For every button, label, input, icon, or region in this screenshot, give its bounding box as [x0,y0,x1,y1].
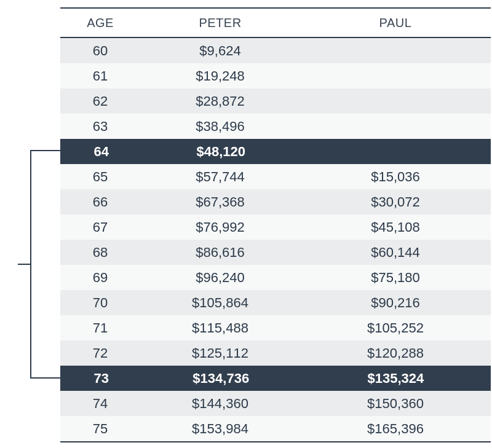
cell-peter: $48,120 [141,144,301,160]
header-paul: PAUL [300,16,491,30]
header-peter: PETER [140,16,300,30]
table-row: 74$144,360$150,360 [60,391,491,416]
cell-paul: $15,036 [300,169,491,185]
cell-paul: $150,360 [300,396,491,412]
cell-paul: $135,324 [301,371,491,387]
table-header-row: AGE PETER PAUL [60,9,491,38]
cell-peter: $86,616 [140,245,300,261]
cell-age: 67 [60,219,140,235]
cell-paul: $120,288 [300,345,491,361]
cell-peter: $125,112 [140,345,300,361]
comparison-table: AGE PETER PAUL 60$9,62461$19,24862$28,87… [60,7,491,442]
cell-age: 65 [60,169,140,185]
table-row: 65$57,744$15,036 [60,164,491,189]
cell-age: 72 [60,345,140,361]
cell-paul: $105,252 [300,320,491,336]
cell-peter: $105,864 [140,295,300,311]
table-row: 63$38,496 [60,114,491,139]
cell-peter: $134,736 [141,371,301,387]
table-row: 68$86,616$60,144 [60,240,491,265]
cell-age: 74 [60,396,140,412]
cell-age: 62 [60,93,140,109]
table-row: 62$28,872 [60,88,491,114]
cell-age: 75 [60,421,140,437]
table-row: 66$67,368$30,072 [60,189,491,214]
cell-age: 69 [60,270,140,286]
cell-peter: $96,240 [140,270,300,286]
table-row: 69$96,240$75,180 [60,265,491,290]
cell-peter: $76,992 [140,219,300,235]
cell-paul: $75,180 [300,270,491,286]
table-row: 72$125,112$120,288 [60,340,491,366]
cell-peter: $19,248 [140,68,300,84]
cell-peter: $57,744 [140,169,300,185]
cell-age: 60 [60,43,140,59]
table-row: 67$76,992$45,108 [60,214,491,240]
cell-peter: $67,368 [140,194,300,210]
cell-paul: $45,108 [300,219,491,235]
table-row: 60$9,624 [60,38,491,63]
cell-age: 73 [60,371,141,387]
cell-peter: $144,360 [140,396,300,412]
cell-age: 71 [60,320,140,336]
cell-peter: $28,872 [140,93,300,109]
cell-age: 64 [60,144,141,160]
cell-paul: $165,396 [300,421,491,437]
cell-age: 61 [60,68,140,84]
table-row: 71$115,488$105,252 [60,315,491,340]
cell-age: 68 [60,245,140,261]
cell-paul: $30,072 [300,194,491,210]
table-row: 73$134,736$135,324 [60,366,491,391]
cell-paul: $60,144 [300,245,491,261]
cell-peter: $9,624 [140,43,300,59]
cell-paul: $90,216 [300,295,491,311]
cell-age: 63 [60,119,140,135]
table-row: 64$48,120 [60,139,491,164]
cell-age: 70 [60,295,140,311]
header-age: AGE [60,16,140,30]
table-row: 61$19,248 [60,63,491,88]
table-row: 75$153,984$165,396 [60,416,491,441]
cell-peter: $38,496 [140,119,300,135]
cell-age: 66 [60,194,140,210]
cell-peter: $115,488 [140,320,300,336]
table-row: 70$105,864$90,216 [60,290,491,315]
cell-peter: $153,984 [140,421,300,437]
